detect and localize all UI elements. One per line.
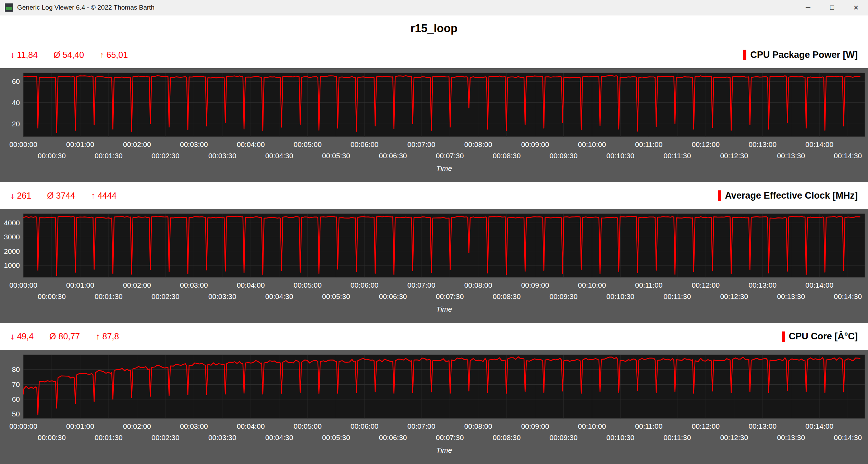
svg-text:00:06:00: 00:06:00	[351, 422, 379, 430]
svg-text:00:05:00: 00:05:00	[294, 422, 322, 430]
svg-text:00:07:30: 00:07:30	[436, 292, 464, 300]
svg-text:00:00:30: 00:00:30	[38, 434, 66, 441]
window-controls: ─ □ ✕	[796, 0, 868, 15]
svg-text:00:03:00: 00:03:00	[180, 422, 208, 430]
svg-text:00:09:30: 00:09:30	[550, 152, 578, 160]
stats-row-average-effective-clock: ↓ 261 Ø 3744 ↑ 4444 Average Effective Cl…	[0, 182, 868, 209]
svg-text:00:11:00: 00:11:00	[635, 422, 662, 430]
cpu-core-temp-canvas[interactable]: 5060708000:00:0000:01:0000:02:0000:03:00…	[0, 350, 868, 464]
average-effective-clock-canvas[interactable]: 100020003000400000:00:0000:01:0000:02:00…	[0, 209, 868, 323]
svg-text:00:14:30: 00:14:30	[834, 152, 862, 160]
svg-text:00:06:30: 00:06:30	[379, 292, 407, 300]
svg-text:00:02:30: 00:02:30	[151, 152, 180, 160]
page-title-band: r15_loop	[0, 15, 868, 41]
svg-text:00:01:30: 00:01:30	[95, 292, 123, 300]
chart-title: CPU Core [Â°C]	[789, 331, 858, 342]
stat-avg: Ø 54,40	[53, 50, 84, 60]
svg-text:00:03:00: 00:03:00	[180, 281, 208, 289]
svg-text:00:02:00: 00:02:00	[123, 422, 151, 430]
svg-text:00:00:00: 00:00:00	[9, 422, 37, 430]
svg-text:00:07:30: 00:07:30	[436, 434, 464, 441]
svg-text:00:02:00: 00:02:00	[123, 281, 151, 289]
svg-text:00:05:30: 00:05:30	[322, 152, 350, 160]
cpu-package-power-canvas[interactable]: 20406000:00:0000:01:0000:02:0000:03:0000…	[0, 68, 868, 182]
svg-text:00:14:00: 00:14:00	[805, 281, 833, 289]
svg-text:00:04:30: 00:04:30	[265, 434, 293, 441]
svg-text:00:03:30: 00:03:30	[208, 434, 236, 441]
stat-min: ↓ 11,84	[10, 50, 38, 60]
svg-text:1000: 1000	[4, 261, 20, 269]
svg-text:00:08:00: 00:08:00	[464, 140, 492, 148]
section-average-effective-clock: ↓ 261 Ø 3744 ↑ 4444 Average Effective Cl…	[0, 182, 868, 323]
svg-text:50: 50	[12, 410, 20, 418]
window-title: Generic Log Viewer 6.4 - © 2022 Thomas B…	[17, 4, 155, 11]
svg-text:00:05:30: 00:05:30	[322, 434, 350, 441]
svg-text:00:05:00: 00:05:00	[294, 140, 322, 148]
svg-text:00:14:00: 00:14:00	[805, 422, 833, 430]
maximize-button[interactable]: □	[820, 0, 844, 15]
svg-text:00:10:30: 00:10:30	[607, 292, 635, 300]
svg-text:00:14:30: 00:14:30	[834, 434, 862, 441]
svg-text:00:11:00: 00:11:00	[635, 140, 662, 148]
svg-text:00:04:30: 00:04:30	[265, 152, 293, 160]
average-effective-clock-chart[interactable]: 100020003000400000:00:0000:01:0000:02:00…	[0, 209, 868, 323]
series-color-bar	[718, 190, 721, 201]
close-button[interactable]: ✕	[844, 0, 868, 15]
svg-text:00:11:30: 00:11:30	[663, 292, 691, 300]
svg-text:00:04:00: 00:04:00	[237, 140, 265, 148]
svg-text:00:03:30: 00:03:30	[208, 152, 236, 160]
svg-text:00:09:00: 00:09:00	[521, 281, 549, 289]
svg-text:00:08:00: 00:08:00	[464, 281, 492, 289]
svg-text:00:12:00: 00:12:00	[692, 422, 720, 430]
cpu-package-power-chart[interactable]: 20406000:00:0000:01:0000:02:0000:03:0000…	[0, 68, 868, 182]
stat-max: ↑ 65,01	[100, 50, 128, 60]
svg-text:00:12:00: 00:12:00	[692, 281, 720, 289]
svg-text:80: 80	[12, 365, 20, 373]
svg-text:2000: 2000	[4, 247, 20, 255]
svg-text:00:12:00: 00:12:00	[692, 140, 720, 148]
svg-text:3000: 3000	[4, 233, 20, 241]
svg-text:00:13:30: 00:13:30	[777, 434, 805, 441]
cpu-core-temp-chart[interactable]: 5060708000:00:0000:01:0000:02:0000:03:00…	[0, 350, 868, 464]
svg-text:00:01:00: 00:01:00	[66, 140, 94, 148]
svg-text:00:12:30: 00:12:30	[720, 434, 748, 441]
svg-text:00:12:30: 00:12:30	[720, 152, 748, 160]
svg-text:00:01:30: 00:01:30	[95, 152, 123, 160]
svg-text:00:10:00: 00:10:00	[578, 281, 606, 289]
svg-text:00:09:00: 00:09:00	[521, 140, 549, 148]
svg-text:40: 40	[12, 99, 20, 106]
svg-text:00:03:30: 00:03:30	[208, 292, 236, 300]
chart-legend: Average Effective Clock [MHz]	[718, 190, 858, 201]
svg-text:70: 70	[12, 380, 20, 388]
svg-text:00:13:30: 00:13:30	[777, 292, 805, 300]
svg-text:Time: Time	[436, 446, 452, 454]
svg-text:00:12:30: 00:12:30	[720, 292, 748, 300]
svg-text:00:13:00: 00:13:00	[748, 140, 777, 148]
stat-max: ↑ 4444	[91, 191, 117, 201]
svg-text:00:14:30: 00:14:30	[834, 292, 862, 300]
svg-text:00:08:30: 00:08:30	[493, 292, 521, 300]
svg-text:00:14:00: 00:14:00	[805, 140, 833, 148]
stat-min: ↓ 261	[10, 191, 31, 201]
section-cpu-core-temp: ↓ 49,4 Ø 80,77 ↑ 87,8 CPU Core [Â°C] 506…	[0, 323, 868, 464]
svg-text:00:13:00: 00:13:00	[748, 422, 777, 430]
svg-text:00:07:00: 00:07:00	[407, 281, 436, 289]
svg-text:00:05:30: 00:05:30	[322, 292, 350, 300]
svg-text:60: 60	[12, 395, 20, 403]
svg-text:00:13:30: 00:13:30	[777, 152, 805, 160]
app-icon	[5, 3, 13, 12]
svg-text:00:00:30: 00:00:30	[38, 292, 66, 300]
svg-text:00:08:00: 00:08:00	[464, 422, 492, 430]
titlebar: Generic Log Viewer 6.4 - © 2022 Thomas B…	[0, 0, 868, 15]
svg-text:00:02:00: 00:02:00	[123, 140, 151, 148]
svg-text:00:06:00: 00:06:00	[351, 281, 379, 289]
minimize-button[interactable]: ─	[796, 0, 820, 15]
series-color-bar	[782, 331, 785, 342]
svg-text:00:10:30: 00:10:30	[607, 152, 635, 160]
svg-text:00:00:00: 00:00:00	[9, 281, 37, 289]
svg-text:00:04:00: 00:04:00	[237, 422, 265, 430]
chart-title: Average Effective Clock [MHz]	[725, 190, 858, 201]
svg-text:00:04:30: 00:04:30	[265, 292, 293, 300]
svg-text:00:10:00: 00:10:00	[578, 140, 606, 148]
svg-text:00:04:00: 00:04:00	[237, 281, 265, 289]
